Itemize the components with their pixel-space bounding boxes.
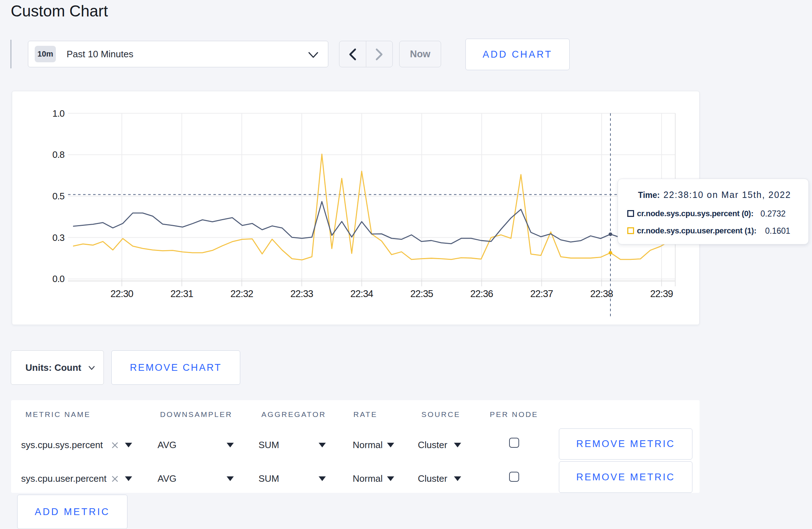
svg-text:0.5: 0.5 [52,191,64,202]
svg-text:0.0: 0.0 [52,273,64,284]
svg-text:22:31: 22:31 [170,288,193,299]
svg-text:22:30: 22:30 [111,288,134,299]
svg-text:0.8: 0.8 [52,149,64,160]
svg-text:22:36: 22:36 [470,288,493,299]
svg-text:22:39: 22:39 [650,288,673,299]
svg-text:22:37: 22:37 [530,288,553,299]
svg-text:0.3: 0.3 [52,232,64,243]
svg-text:1.0: 1.0 [52,108,64,119]
svg-text:22:38: 22:38 [590,288,613,299]
svg-text:22:32: 22:32 [231,288,253,299]
svg-text:22:35: 22:35 [410,288,433,299]
svg-text:22:33: 22:33 [290,288,313,299]
svg-text:22:34: 22:34 [351,288,373,299]
